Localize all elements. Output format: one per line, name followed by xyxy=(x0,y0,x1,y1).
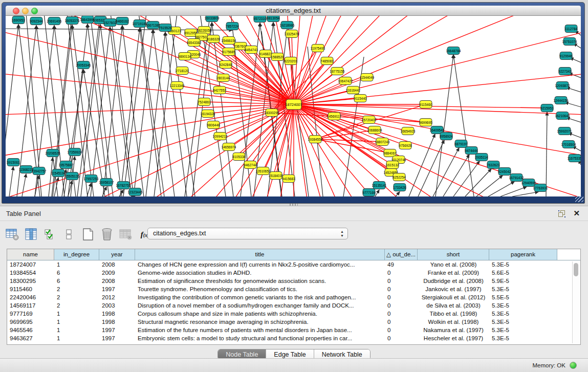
graph-edge-black[interactable] xyxy=(110,27,132,196)
graph-node[interactable]: 20206526 xyxy=(46,149,60,157)
table-cell[interactable]: 5.3E-5 xyxy=(489,334,557,342)
table-cell[interactable]: Dudbridge et al. (2008) xyxy=(418,277,489,285)
graph-edge-black[interactable] xyxy=(9,167,13,196)
table-cell[interactable]: 49 xyxy=(385,260,418,269)
scrollbar-thumb[interactable] xyxy=(574,263,578,276)
table-row[interactable]: 1938455462009Genome-wide association stu… xyxy=(7,269,580,277)
graph-node[interactable]: 18807243 xyxy=(375,138,390,146)
table-cell[interactable]: 0 xyxy=(385,310,418,318)
graph-node[interactable]: 17957253 xyxy=(84,175,99,183)
table-cell[interactable]: 0 xyxy=(385,269,418,277)
graph-node[interactable]: 12093872 xyxy=(555,82,570,90)
table-cell[interactable]: Disruption of a novel member of a sodium… xyxy=(135,301,385,310)
graph-edge-black[interactable] xyxy=(567,118,581,122)
table-cell[interactable]: 5.9E-5 xyxy=(489,277,557,285)
table-cell[interactable]: 1997 xyxy=(99,285,135,293)
graph-node[interactable]: 9227343 xyxy=(558,68,572,75)
graph-node[interactable]: 15992071 xyxy=(557,127,572,135)
table-cell[interactable]: 19384554 xyxy=(7,269,54,277)
graph-edge-black[interactable] xyxy=(565,102,581,107)
graph-node[interactable]: 12444159 xyxy=(554,97,569,104)
table-cell[interactable]: 5.3E-5 xyxy=(489,310,557,318)
graph-node[interactable]: 8220203 xyxy=(284,57,297,65)
graph-node[interactable]: 17763931 xyxy=(533,184,548,192)
table-cell[interactable]: Franke et al. (2009) xyxy=(418,269,489,277)
table-cell[interactable]: 9465546 xyxy=(7,326,54,334)
graph-node[interactable]: 15505135 xyxy=(65,172,80,180)
select-all-icon[interactable] xyxy=(43,227,57,242)
graph-node[interactable]: 11675335 xyxy=(568,155,581,162)
table-row[interactable]: 977716911998Corpus callosum shape and si… xyxy=(7,310,580,318)
table-cell[interactable]: 0 xyxy=(385,293,418,301)
graph-node[interactable]: 6879197 xyxy=(454,140,468,148)
table-cell[interactable]: 22420046 xyxy=(7,293,54,301)
table-cell[interactable]: 1 xyxy=(54,310,99,318)
table-row[interactable]: 1830029562008Estimation of significance … xyxy=(7,277,580,285)
table-cell[interactable]: 2012 xyxy=(99,293,135,301)
column-header-name[interactable]: name xyxy=(7,249,54,260)
table-cell[interactable]: Hescheler et al. (1997) xyxy=(418,334,489,342)
table-mode-icon[interactable] xyxy=(5,227,19,242)
table-cell[interactable]: 1998 xyxy=(99,310,135,318)
graph-node[interactable]: 1527602 xyxy=(103,19,117,27)
table-cell[interactable]: Embryonic stem cells: a model to study s… xyxy=(135,334,385,342)
graph-node[interactable]: 7485083 xyxy=(320,57,334,65)
graph-edge-red[interactable] xyxy=(294,98,360,104)
graph-node[interactable]: 2718120 xyxy=(176,67,189,75)
table-cell[interactable]: 1 xyxy=(54,334,99,342)
show-columns-icon[interactable] xyxy=(24,227,38,242)
table-cell[interactable]: 5.5E-5 xyxy=(489,293,557,301)
graph-node[interactable]: 14569117 xyxy=(327,113,342,120)
graph-node[interactable]: 20691406 xyxy=(47,17,62,25)
table-cell[interactable]: Jankovic et al. (1997) xyxy=(418,285,489,293)
graph-node[interactable]: 16210643 xyxy=(555,112,570,120)
table-cell[interactable]: 1 xyxy=(54,260,99,269)
memory-status-indicator[interactable] xyxy=(570,362,577,369)
graph-edge-black[interactable] xyxy=(465,169,491,196)
graph-node[interactable]: 16033809 xyxy=(205,16,220,22)
table-vertical-scrollbar[interactable] xyxy=(572,261,579,343)
column-header-pagerank[interactable]: pagerank xyxy=(489,249,557,260)
table-row[interactable]: 1872400712008Changes of HCN gene express… xyxy=(7,260,580,269)
table-cell[interactable]: 1997 xyxy=(99,326,135,334)
graph-node[interactable]: 9215953 xyxy=(540,104,554,112)
graph-edge-red[interactable] xyxy=(177,85,294,104)
graph-node[interactable]: 16654923 xyxy=(401,127,416,135)
table-cell[interactable]: Tourette syndrome. Phenomenology and cla… xyxy=(135,285,385,293)
table-cell[interactable]: 2 xyxy=(54,293,99,301)
table-row[interactable]: 946554611997Estimation of the future num… xyxy=(7,326,580,334)
graph-node[interactable]: 16958107 xyxy=(99,179,114,186)
float-panel-icon[interactable] xyxy=(558,210,565,217)
graph-node[interactable]: 9146821 xyxy=(259,50,272,58)
column-header-out_degree[interactable]: △ out_de... xyxy=(385,249,418,260)
table-cell[interactable]: 5.3E-5 xyxy=(489,260,557,269)
graph-node[interactable]: 16648784 xyxy=(446,47,461,55)
graph-node[interactable]: 8427552 xyxy=(213,86,226,94)
graph-node[interactable]: 12940599 xyxy=(521,179,536,187)
table-cell[interactable]: Tibbo et al. (1998) xyxy=(418,310,489,318)
graph-node[interactable]: 16543382 xyxy=(187,39,202,47)
graph-node[interactable]: 9890134 xyxy=(178,53,191,60)
create-table-icon[interactable] xyxy=(81,227,95,242)
graph-node[interactable]: 2803144 xyxy=(216,74,230,82)
graph-node[interactable]: 1733426 xyxy=(393,184,406,191)
table-row[interactable]: 969969511998Structural magnetic resonanc… xyxy=(7,318,580,326)
table-cell[interactable]: 14569117 xyxy=(7,301,54,310)
graph-edge-black[interactable] xyxy=(87,183,91,196)
table-cell[interactable]: Structural magnetic resonance image aver… xyxy=(135,318,385,326)
graph-node[interactable]: 9756928 xyxy=(399,142,412,149)
graph-edge-black[interactable] xyxy=(443,155,469,196)
graph-node[interactable]: 19218986 xyxy=(280,21,295,29)
graph-node[interactable]: 8252254 xyxy=(393,173,406,181)
graph-node[interactable]: 9115460 xyxy=(420,101,432,108)
window-resize-grip[interactable] xyxy=(575,196,583,202)
graph-node[interactable]: 1112784 xyxy=(565,25,578,33)
graph-node[interactable]: 9092344 xyxy=(30,17,43,25)
graph-node[interactable]: 11568223 xyxy=(19,166,34,173)
graph-node[interactable]: 10719185 xyxy=(133,20,147,28)
table-row[interactable]: 2242004622012Investigating the contribut… xyxy=(7,293,580,301)
table-cell[interactable]: 1998 xyxy=(99,318,135,326)
graph-node[interactable]: 12323445 xyxy=(128,188,143,196)
graph-node[interactable]: 9129946 xyxy=(559,52,573,60)
table-cell[interactable]: 5.3E-5 xyxy=(489,318,557,326)
